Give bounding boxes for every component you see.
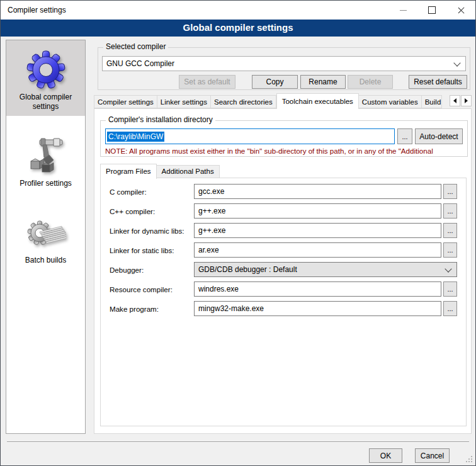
minimize-button[interactable] xyxy=(388,1,417,20)
sidebar-item-label: Global compiler settings xyxy=(6,93,85,111)
tab-build-options[interactable]: Build xyxy=(422,95,442,108)
installation-directory-browse-button[interactable]: ... xyxy=(397,128,412,144)
make-program-value: mingw32-make.exe xyxy=(198,304,264,313)
linker-dynamic-browse-button[interactable]: ... xyxy=(443,223,457,238)
installation-directory-group: Compiler's installation directory C:\ray… xyxy=(100,120,468,157)
close-icon xyxy=(457,6,465,14)
compiler-select[interactable]: GNU GCC Compiler xyxy=(102,56,466,71)
gray-gear-stack-icon xyxy=(26,213,66,253)
form-row: C++ compiler: g++.exe ... xyxy=(110,203,457,219)
c-compiler-input[interactable]: gcc.exe xyxy=(194,184,441,199)
maximize-button[interactable] xyxy=(417,1,446,20)
titlebar: Compiler settings xyxy=(1,1,475,20)
settings-category-list: Global compiler settings xyxy=(6,40,86,434)
subtab-additional-paths[interactable]: Additional Paths xyxy=(157,165,220,178)
reset-defaults-button[interactable]: Reset defaults xyxy=(409,75,467,89)
compiler-settings-dialog: Compiler settings Global compiler settin… xyxy=(0,0,476,466)
compiler-select-value: GNU GCC Compiler xyxy=(106,59,174,68)
cancel-button[interactable]: Cancel xyxy=(415,448,450,463)
window-title: Compiler settings xyxy=(8,6,66,14)
close-button[interactable] xyxy=(446,1,475,20)
c-compiler-browse-button[interactable]: ... xyxy=(443,184,457,199)
main-content: Selected compiler GNU GCC Compiler Set a… xyxy=(94,40,472,434)
program-files-panel: C compiler: gcc.exe ... C++ compiler: g+… xyxy=(100,178,467,426)
group-legend: Compiler's installation directory xyxy=(106,115,215,124)
cpp-compiler-value: g++.exe xyxy=(198,207,225,215)
rename-button[interactable]: Rename xyxy=(300,75,346,89)
tab-custom-variables[interactable]: Custom variables xyxy=(359,95,422,108)
form-row: Linker for dynamic libs: g++.exe ... xyxy=(110,223,457,238)
make-program-input[interactable]: mingw32-make.exe xyxy=(194,301,441,316)
page-title: Global compiler settings xyxy=(1,20,475,37)
selected-compiler-group: Selected compiler GNU GCC Compiler Set a… xyxy=(98,47,470,90)
tab-scroll-arrows xyxy=(449,95,472,106)
form-row: Make program: mingw32-make.exe ... xyxy=(110,301,457,316)
linker-dynamic-value: g++.exe xyxy=(198,226,225,235)
resource-compiler-browse-button[interactable]: ... xyxy=(443,281,457,297)
arrow-left-icon xyxy=(453,98,456,103)
tab-toolchain-executables[interactable]: Toolchain executables xyxy=(276,93,359,109)
sub-tab-strip: Program Files Additional Paths xyxy=(100,163,220,178)
form-row: Debugger: GDB/CDB debugger : Default xyxy=(110,262,457,277)
installation-directory-value: C:\raylib\MinGW xyxy=(107,132,164,142)
minimize-icon xyxy=(400,10,407,11)
ok-button[interactable]: OK xyxy=(369,448,402,463)
debugger-select[interactable]: GDB/CDB debugger : Default xyxy=(194,262,457,277)
field-label: Make program: xyxy=(110,305,194,313)
installation-directory-row: C:\raylib\MinGW ... Auto-detect xyxy=(105,128,463,144)
linker-static-value: ar.exe xyxy=(198,246,219,254)
field-label: C++ compiler: xyxy=(110,207,194,215)
form-row: Linker for static libs: ar.exe ... xyxy=(110,242,457,258)
caliper-profiler-icon xyxy=(26,136,66,176)
tab-linker-settings[interactable]: Linker settings xyxy=(157,95,211,108)
maximize-icon xyxy=(428,6,436,14)
cpp-compiler-input[interactable]: g++.exe xyxy=(194,203,441,219)
field-label: Resource compiler: xyxy=(110,285,194,293)
main-tab-strip: Compiler settings Linker settings Search… xyxy=(94,93,472,108)
sidebar-item-profiler-settings[interactable]: Profiler settings xyxy=(6,120,85,193)
group-legend: Selected compiler xyxy=(103,42,168,51)
form-row: C compiler: gcc.exe ... xyxy=(110,184,457,199)
linker-dynamic-input[interactable]: g++.exe xyxy=(194,223,441,238)
tab-scroll-right-button[interactable] xyxy=(461,95,472,106)
chevron-down-icon xyxy=(453,59,460,66)
field-label: C compiler: xyxy=(110,188,194,196)
sidebar-item-label: Batch builds xyxy=(23,256,69,265)
resource-compiler-input[interactable]: windres.exe xyxy=(194,281,441,297)
copy-button[interactable]: Copy xyxy=(252,75,298,89)
resource-compiler-value: windres.exe xyxy=(198,285,239,293)
c-compiler-value: gcc.exe xyxy=(198,187,224,196)
compiler-buttons-row: Set as default Copy Rename Delete Reset … xyxy=(102,75,467,89)
make-program-browse-button[interactable]: ... xyxy=(443,301,457,316)
cpp-compiler-browse-button[interactable]: ... xyxy=(443,203,457,219)
form-row: Resource compiler: windres.exe ... xyxy=(110,281,457,297)
set-as-default-button[interactable]: Set as default xyxy=(179,75,235,89)
tab-search-directories[interactable]: Search directories xyxy=(211,95,276,108)
tab-scroll-left-button[interactable] xyxy=(450,95,460,106)
auto-detect-button[interactable]: Auto-detect xyxy=(415,128,463,144)
field-label: Linker for dynamic libs: xyxy=(110,227,194,235)
field-label: Debugger: xyxy=(110,266,194,274)
window-controls xyxy=(388,1,475,20)
sidebar-item-label: Profiler settings xyxy=(17,179,74,188)
tab-compiler-settings[interactable]: Compiler settings xyxy=(94,95,157,108)
toolchain-executables-page: Compiler's installation directory C:\ray… xyxy=(94,108,472,434)
blue-gear-icon xyxy=(26,50,66,90)
installation-note: NOTE: All programs must exist either in … xyxy=(105,147,467,155)
arrow-right-icon xyxy=(465,98,468,103)
linker-static-input[interactable]: ar.exe xyxy=(194,242,441,258)
resize-grip[interactable] xyxy=(471,461,472,462)
subtab-program-files[interactable]: Program Files xyxy=(100,164,157,179)
delete-button[interactable]: Delete xyxy=(348,75,393,89)
sidebar-item-global-compiler-settings[interactable]: Global compiler settings xyxy=(6,40,85,116)
linker-static-browse-button[interactable]: ... xyxy=(443,242,457,258)
debugger-select-value: GDB/CDB debugger : Default xyxy=(198,265,297,274)
footer-separator xyxy=(7,441,469,442)
installation-directory-input[interactable]: C:\raylib\MinGW xyxy=(105,128,395,144)
sidebar-item-batch-builds[interactable]: Batch builds xyxy=(6,196,85,270)
chevron-down-icon xyxy=(445,265,451,272)
field-label: Linker for static libs: xyxy=(110,246,194,254)
